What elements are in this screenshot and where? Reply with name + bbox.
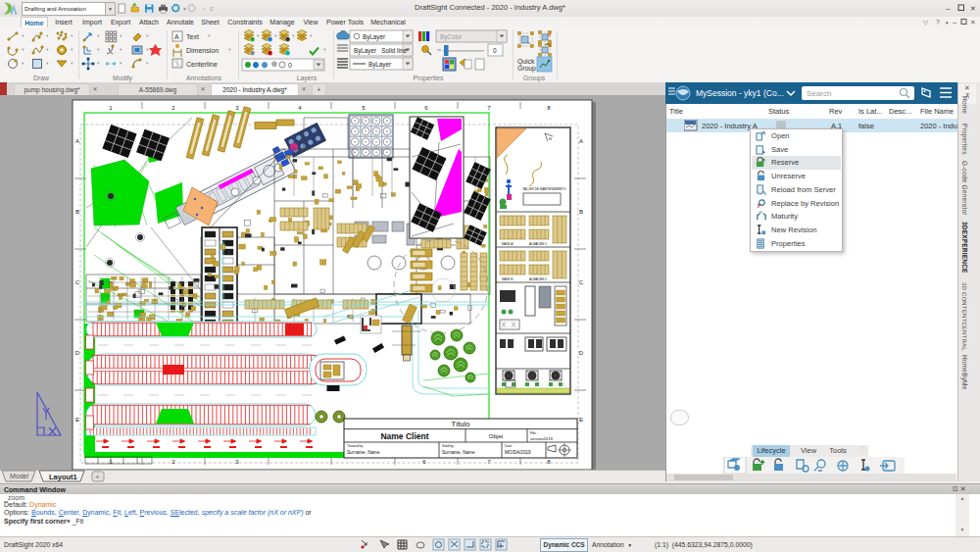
svg-text:TALLER DE MANTENIMIENTO: TALLER DE MANTENIMIENTO [522,187,566,191]
svg-text:ByLayer: ByLayer [363,33,385,41]
svg-text:ByLayer Solid line: ByLayer Solid line [354,47,407,55]
svg-text:–: – [946,4,951,13]
svg-text:C: C [579,279,584,285]
svg-text:Surname, Name: Surname, Name [347,450,380,455]
svg-text:D: D [75,350,80,356]
svg-text:B: B [75,209,79,215]
svg-text:–: – [953,18,957,26]
svg-text:Objet: Objet [489,433,504,439]
svg-text:?: ? [936,19,940,25]
svg-text:✕: ✕ [970,5,976,12]
svg-text:ALMACEN 2: ALMACEN 2 [529,277,547,281]
svg-text:ByColor: ByColor [440,33,462,41]
svg-text:Group: Group [517,65,536,73]
svg-text:Model: Model [10,473,29,479]
svg-text:Dimension: Dimension [186,47,219,54]
svg-text:▽: ▽ [923,19,928,25]
svg-text:✕: ✕ [970,19,975,25]
svg-text:Surname, Name: Surname, Name [442,450,475,455]
svg-text:A: A [75,138,79,144]
svg-text:Date :: Date : [505,444,514,448]
svg-text:N: N [549,136,552,141]
svg-text:MO/DA/2019: MO/DA/2019 [505,450,531,455]
svg-text:Treated by :: Treated by : [347,444,365,448]
svg-text:Search: Search [807,89,831,98]
svg-text:version2019: version2019 [530,436,553,441]
svg-text:Layout1: Layout1 [49,473,77,481]
svg-text:Valid by :: Valid by : [442,444,456,448]
svg-text:ALMACEN 1: ALMACEN 1 [529,242,547,246]
svg-text:Name Client: Name Client [380,431,428,441]
svg-text:NAVE A: NAVE A [502,242,514,246]
svg-text:0: 0 [288,62,292,69]
svg-text:File :: File : [530,431,538,435]
svg-text:▼: ▼ [945,21,949,25]
svg-text:E: E [75,417,79,423]
svg-text:Text: Text [186,33,199,40]
svg-text:s: s [210,5,214,12]
svg-text:Centerline: Centerline [186,61,218,68]
svg-text:0: 0 [493,47,497,54]
svg-text:Título: Título [452,420,470,428]
svg-text:C: C [75,279,80,285]
svg-text:A: A [579,138,583,144]
svg-text:NAVE B: NAVE B [502,277,513,281]
svg-text:B: B [579,209,583,215]
svg-text:E: E [579,417,583,423]
svg-text:MySession - yky1 (Co...: MySession - yky1 (Co... [696,88,784,98]
svg-text:ByLayer: ByLayer [368,61,391,69]
svg-text:D: D [579,350,584,356]
svg-text:A: A [174,33,179,40]
svg-text:+: + [95,473,100,481]
